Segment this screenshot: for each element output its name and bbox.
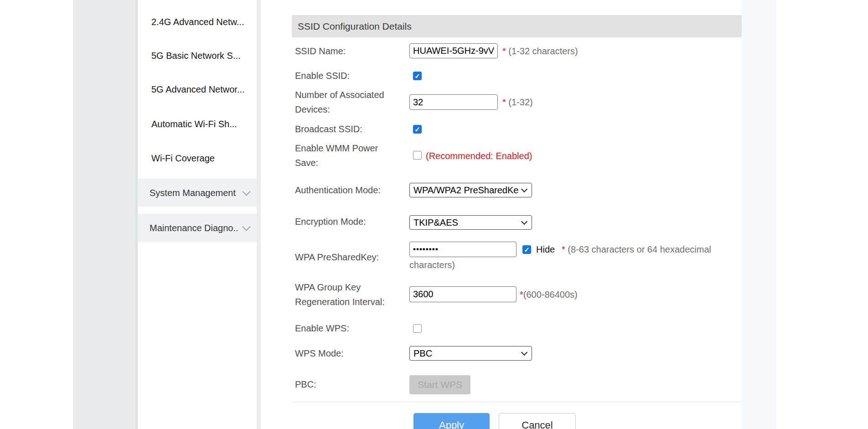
- group-key-interval-hint: *(600-86400s): [520, 289, 578, 300]
- content-right-gutter: [742, 0, 776, 429]
- associated-devices-hint: * (1-32): [502, 96, 533, 108]
- ssid-name-label: SSID Name:: [295, 45, 346, 57]
- wmm-power-save-checkbox[interactable]: [413, 151, 422, 160]
- hint-text: (1-32): [508, 97, 532, 107]
- label-line1: Enable WMM Power: [295, 141, 378, 155]
- selected-value: PBC: [413, 348, 432, 359]
- enable-wps-checkbox[interactable]: [413, 324, 422, 333]
- group-key-interval-input[interactable]: 3600: [409, 286, 517, 302]
- cancel-button[interactable]: Cancel: [499, 413, 576, 429]
- sidebar-menu: 2.4G Advanced Netw... 5G Basic Network S…: [138, 0, 257, 429]
- selected-value: TKIP&AES: [413, 217, 458, 228]
- wps-mode-label: WPS Mode:: [295, 347, 344, 359]
- wmm-power-save-label: Enable WMM Power Save:: [295, 141, 378, 170]
- enable-ssid-checkbox[interactable]: [413, 72, 422, 80]
- sidebar-section-maintenance-diagnosis[interactable]: Maintenance Diagno..: [138, 214, 257, 242]
- chevron-down-icon: [521, 218, 527, 225]
- sidebar-item-5g-basic-network[interactable]: 5G Basic Network S...: [151, 50, 241, 62]
- apply-button[interactable]: Apply: [413, 413, 490, 429]
- sidebar-section-system-management[interactable]: System Management: [138, 179, 257, 207]
- encryption-mode-select[interactable]: TKIP&AES: [409, 215, 532, 230]
- label-line2: Save:: [295, 155, 378, 170]
- hint-text: (600-86400s): [523, 289, 578, 300]
- chevron-down-icon: [242, 222, 250, 231]
- hide-password-checkbox[interactable]: [522, 245, 531, 254]
- panel-bottom-border: [292, 402, 742, 402]
- label-line1: Number of Associated: [295, 88, 384, 102]
- left-gray-strip: [73, 0, 138, 429]
- page-title: SSID Configuration Details: [298, 15, 742, 37]
- required-asterisk: *: [502, 97, 506, 107]
- label-line2: Devices:: [295, 102, 384, 117]
- chevron-down-icon: [242, 187, 250, 196]
- wps-mode-select[interactable]: PBC: [409, 346, 532, 361]
- wmm-recommended-note: (Recommended: Enabled): [426, 150, 532, 162]
- required-asterisk: *: [502, 46, 506, 56]
- chevron-down-icon: [521, 349, 527, 356]
- chevron-down-icon: [521, 186, 527, 192]
- wpa-presharedkey-hint: * (8-63 characters or 64 hexadecimal: [562, 243, 711, 255]
- wpa-presharedkey-hint-line2: characters): [409, 259, 455, 271]
- sidebar-section-label: Maintenance Diagno..: [150, 223, 238, 233]
- selected-value: WPA/WPA2 PreSharedKe: [413, 185, 518, 196]
- sidebar-item-automatic-wifi-share[interactable]: Automatic Wi-Fi Sh...: [151, 118, 237, 130]
- broadcast-ssid-checkbox[interactable]: [413, 125, 422, 134]
- wpa-presharedkey-input[interactable]: ••••••••: [409, 242, 517, 257]
- broadcast-ssid-label: Broadcast SSID:: [295, 123, 362, 135]
- authentication-mode-label: Authentication Mode:: [295, 184, 381, 196]
- authentication-mode-select[interactable]: WPA/WPA2 PreSharedKe: [409, 183, 532, 197]
- associated-devices-input[interactable]: 32: [409, 94, 498, 110]
- sidebar-item-5g-advanced-network[interactable]: 5G Advanced Networ...: [151, 83, 245, 95]
- enable-ssid-label: Enable SSID:: [295, 70, 350, 82]
- wpa-presharedkey-label: WPA PreSharedKey:: [295, 251, 379, 263]
- sidebar-item-24g-advanced-network[interactable]: 2.4G Advanced Netw...: [151, 16, 244, 28]
- label-line2: Regeneration Interval:: [295, 295, 385, 309]
- hint-text: (1-32 characters): [508, 46, 578, 56]
- associated-devices-label: Number of Associated Devices:: [295, 88, 384, 117]
- start-wps-button[interactable]: Start WPS: [409, 375, 470, 394]
- router-config-page: 2.4G Advanced Netw... 5G Basic Network S…: [0, 0, 868, 429]
- hide-password-label: Hide: [536, 243, 555, 255]
- group-key-interval-label: WPA Group Key Regeneration Interval:: [295, 280, 385, 309]
- ssid-name-hint: * (1-32 characters): [502, 45, 578, 57]
- hint-text-line1: (8-63 characters or 64 hexadecimal: [568, 244, 711, 254]
- required-asterisk: *: [520, 289, 523, 300]
- sidebar-item-wifi-coverage[interactable]: Wi-Fi Coverage: [151, 152, 215, 164]
- ssid-name-input[interactable]: HUAWEI-5GHz-9vV: [409, 43, 498, 58]
- enable-wps-label: Enable WPS:: [295, 322, 349, 334]
- sidebar-scrollbar[interactable]: [257, 0, 261, 429]
- label-line1: WPA Group Key: [295, 280, 385, 295]
- sidebar-section-label: System Management: [150, 187, 236, 198]
- panel-header: SSID Configuration Details: [292, 15, 742, 37]
- pbc-label: PBC:: [295, 378, 316, 390]
- encryption-mode-label: Encryption Mode:: [295, 216, 366, 227]
- required-asterisk: *: [562, 244, 565, 254]
